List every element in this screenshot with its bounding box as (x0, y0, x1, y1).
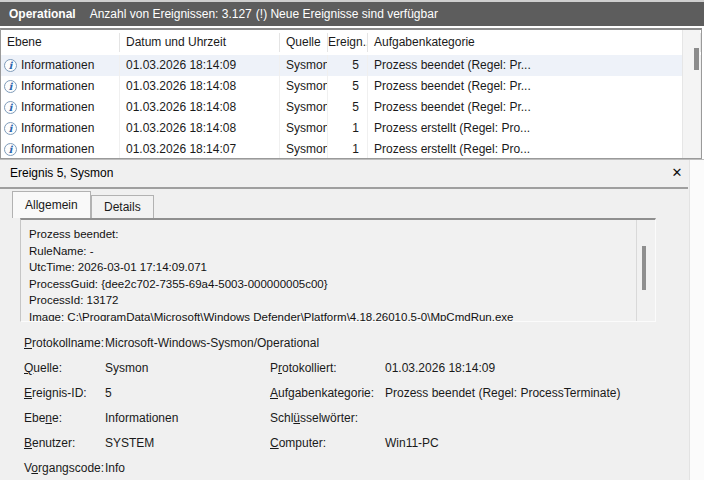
datetime-text: 01.03.2026 18:14:08 (120, 97, 280, 118)
event-count-text: Anzahl von Ereignissen: 3.127 (90, 7, 252, 21)
field-label: Protokolliert: (270, 356, 337, 381)
field-value: Prozess beendet (Regel: ProcessTerminate… (385, 381, 620, 406)
table-row[interactable]: iInformationen 01.03.2026 18:14:08 Sysmo… (1, 76, 701, 97)
column-header-aufgabenkategorie[interactable]: Aufgabenkategorie (368, 33, 701, 52)
field-label: Quelle: (24, 356, 62, 381)
field-label: Ereignis-ID: (24, 381, 87, 406)
description-line: RuleName: - (29, 243, 629, 260)
description-line: Prozess beendet: (29, 226, 629, 243)
field-label: Computer: (270, 431, 326, 456)
event-id-text: 1 (328, 118, 368, 139)
datetime-text: 01.03.2026 18:14:07 (120, 139, 280, 159)
field-value: SYSTEM (105, 431, 154, 456)
field-label: Schlüsselwörter: (270, 406, 358, 431)
category-text: Prozess erstellt (Regel: Pro... (368, 118, 701, 139)
event-viewer-window: Operational Anzahl von Ereignissen: 3.12… (0, 0, 704, 480)
information-icon: i (4, 59, 17, 72)
category-text: Prozess erstellt (Regel: Pro... (368, 139, 701, 159)
field-value: 01.03.2026 18:14:09 (385, 356, 495, 381)
category-text: Prozess beendet (Regel: Pr... (368, 76, 701, 97)
category-text: Prozess beendet (Regel: Pr... (368, 97, 701, 118)
log-header-bar: Operational Anzahl von Ereignissen: 3.12… (0, 0, 704, 26)
description-line: Image: C:\ProgramData\Microsoft\Windows … (29, 309, 629, 323)
table-row[interactable]: iInformationen 01.03.2026 18:14:08 Sysmo… (1, 97, 701, 118)
table-vertical-scrollbar[interactable] (682, 30, 700, 159)
information-icon: i (4, 80, 17, 93)
source-text: Sysmon (280, 55, 328, 76)
field-value: Info (105, 456, 125, 480)
field-label: Vorgangscode: (24, 456, 104, 480)
field-value: 5 (105, 381, 112, 406)
level-text: Informationen (21, 76, 94, 97)
level-text: Informationen (21, 118, 94, 139)
table-row[interactable]: iInformationen 01.03.2026 18:14:08 Sysmo… (1, 118, 701, 139)
source-text: Sysmon (280, 97, 328, 118)
table-header: Ebene Datum und Uhrzeit Quelle Ereign...… (1, 30, 701, 55)
column-header-ereignis-id[interactable]: Ereign... (328, 33, 368, 52)
preview-pane-title: Ereignis 5, Sysmon (0, 160, 688, 187)
column-header-ebene[interactable]: Ebene (1, 33, 120, 52)
event-id-text: 5 (328, 76, 368, 97)
information-icon: i (4, 101, 17, 114)
event-fields-grid: Protokollname: Microsoft-Windows-Sysmon/… (0, 331, 688, 480)
field-value: Microsoft-Windows-Sysmon/Operational (105, 331, 319, 356)
source-text: Sysmon (280, 139, 328, 159)
table-row[interactable]: iInformationen 01.03.2026 18:14:07 Sysmo… (1, 139, 701, 159)
field-value: Informationen (105, 406, 178, 431)
datetime-text: 01.03.2026 18:14:09 (120, 55, 280, 76)
datetime-text: 01.03.2026 18:14:08 (120, 76, 280, 97)
category-text: Prozess beendet (Regel: Pr... (368, 55, 701, 76)
column-header-datum[interactable]: Datum und Uhrzeit (120, 33, 280, 52)
field-label: Ebene: (24, 406, 62, 431)
new-events-link[interactable]: (!) Neue Ereignisse sind verfügbar (256, 7, 438, 21)
table-row[interactable]: iInformationen 01.03.2026 18:14:09 Sysmo… (1, 55, 701, 76)
source-text: Sysmon (280, 76, 328, 97)
description-line: ProcessGuid: {dee2c702-7355-69a4-5003-00… (29, 276, 629, 293)
pane-scrollbar-track[interactable] (689, 160, 704, 480)
event-preview-pane: Ereignis 5, Sysmon ✕ Allgemein Details P… (0, 159, 704, 480)
event-list: Ebene Datum und Uhrzeit Quelle Ereign...… (0, 28, 702, 159)
description-scrollbar-thumb[interactable] (642, 246, 646, 290)
field-label: Aufgabenkategorie: (270, 381, 374, 406)
field-label: Benutzer: (24, 431, 75, 456)
tab-allgemein[interactable]: Allgemein (12, 191, 91, 218)
level-text: Informationen (21, 97, 94, 118)
column-header-quelle[interactable]: Quelle (280, 33, 328, 52)
description-line: ProcessId: 13172 (29, 292, 629, 309)
tab-details[interactable]: Details (91, 195, 154, 218)
information-icon: i (4, 122, 17, 135)
title-separator (0, 187, 688, 189)
event-id-text: 5 (328, 55, 368, 76)
event-id-text: 1 (328, 139, 368, 159)
field-label: Protokollname: (24, 331, 104, 356)
log-name: Operational (9, 7, 76, 21)
field-value: Win11-PC (385, 431, 439, 456)
event-id-text: 5 (328, 97, 368, 118)
close-icon[interactable]: ✕ (669, 165, 685, 181)
field-value: Sysmon (105, 356, 148, 381)
description-line: UtcTime: 2026-03-01 17:14:09.071 (29, 259, 629, 276)
datetime-text: 01.03.2026 18:14:08 (120, 118, 280, 139)
event-description-box[interactable]: Prozess beendet: RuleName: - UtcTime: 20… (20, 218, 656, 322)
level-text: Informationen (21, 55, 94, 76)
source-text: Sysmon (280, 118, 328, 139)
information-icon: i (4, 143, 17, 156)
scrollbar-thumb[interactable] (694, 48, 699, 70)
level-text: Informationen (21, 139, 94, 159)
description-scrollbar-track[interactable] (636, 220, 637, 321)
